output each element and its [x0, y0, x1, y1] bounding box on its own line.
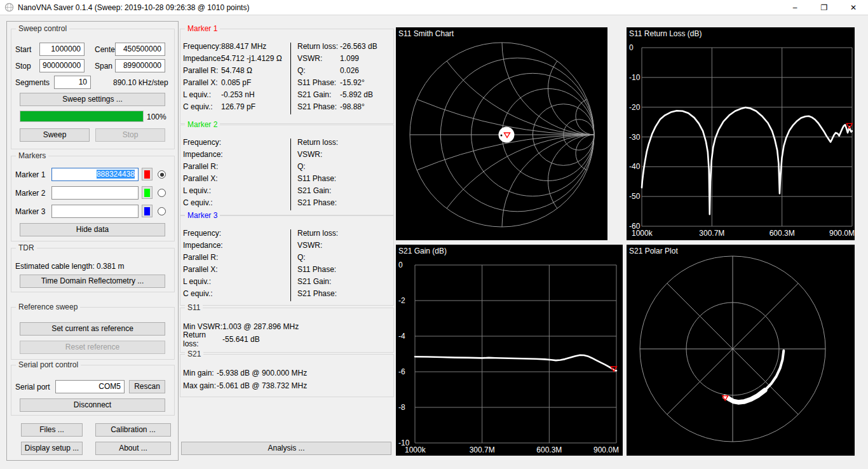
marker1-row-l-equiv: L equiv.:-0.253 nHS21 Gain:-5.892 dB [183, 88, 392, 100]
sweep-button[interactable]: Sweep [20, 128, 90, 142]
start-label: Start [15, 45, 31, 54]
svg-text:600.3M: 600.3M [770, 229, 795, 238]
svg-text:0: 0 [629, 43, 634, 52]
svg-text:900.0M: 900.0M [593, 445, 619, 454]
marker3-row-l-equiv: L equiv.:S21 Gain: [183, 275, 392, 287]
s21-polar-title: S21 Polar Plot [629, 247, 678, 255]
marker3-radio[interactable] [158, 207, 166, 215]
span-input[interactable]: 899000000 [115, 59, 165, 72]
stop-label: Stop [15, 62, 31, 71]
files-button[interactable]: Files ... [21, 423, 83, 437]
s11-stats-group: S11 Min VSWR:1.003 @ 287.896 MHz Return … [180, 308, 394, 353]
svg-text:-8: -8 [398, 403, 405, 412]
app-icon [4, 3, 14, 12]
stop-button[interactable]: Stop [95, 128, 165, 142]
s21-gain-chart[interactable]: S21 Gain (dB) 0-2-4-6-8-101000k300.7M600… [396, 245, 623, 456]
marker3-input[interactable] [51, 205, 139, 218]
marker3-row-frequency: Frequency:Return loss: [183, 227, 392, 239]
s11-smith-chart-title: S11 Smith Chart [398, 29, 454, 38]
svg-text:-20: -20 [629, 103, 641, 112]
marker1-label: Marker 1 [15, 170, 45, 179]
set-reference-button[interactable]: Set current as reference [20, 322, 165, 336]
sweep-settings-button[interactable]: Sweep settings ... [20, 93, 165, 106]
calibration-button[interactable]: Calibration ... [95, 423, 171, 437]
center-input[interactable]: 450500000 [115, 43, 165, 56]
stop-input[interactable]: 900000000 [39, 59, 85, 72]
s21-polar-chart[interactable]: S21 Polar Plot [627, 245, 855, 456]
marker2-detail-group: Marker 2 Frequency:Return loss: Impedanc… [180, 125, 394, 215]
markers-title: Markers [16, 151, 48, 160]
marker1-row-parallel-r: Parallel R:54.748 ΩQ:0.026 [183, 64, 392, 76]
marker1-row-c-equiv: C equiv.:126.79 pFS21 Phase:-98.88° [183, 100, 392, 112]
segments-input[interactable]: 10 [54, 76, 91, 89]
marker2-row-l-equiv: L equiv.:S21 Gain: [183, 184, 392, 196]
marker2-row-impedance: Impedance:VSWR: [183, 148, 392, 160]
reset-reference-button[interactable]: Reset reference [20, 341, 165, 354]
serial-port-title: Serial port control [16, 360, 81, 369]
marker1-detail-title: Marker 1 [185, 24, 220, 33]
reference-sweep-title: Reference sweep [16, 302, 80, 311]
s11-stats-title: S11 [185, 303, 203, 312]
s21-max-gain-row: Max gain:-5.061 dB @ 738.732 MHz [183, 379, 392, 392]
s21-gain-title: S21 Gain (dB) [398, 247, 447, 255]
window-title: NanoVNA Saver 0.1.4 (Sweep: 2019-10-28 0… [18, 3, 249, 12]
close-button[interactable]: ✕ [839, 0, 868, 15]
svg-text:600.3M: 600.3M [536, 445, 562, 454]
s21-stats-title: S21 [185, 350, 203, 358]
s21-min-gain-row: Min gain:-5.938 dB @ 900.000 MHz [183, 367, 392, 379]
display-setup-button[interactable]: Display setup ... [21, 442, 83, 455]
marker1-detail-group: Marker 1 Frequency:888.417 MHzReturn los… [180, 29, 394, 124]
svg-text:-40: -40 [629, 162, 641, 171]
sweep-control-title: Sweep control [16, 24, 69, 33]
s11-return-loss-chart[interactable]: S11 Return Loss (dB) 0-10-20-30-40-50-60… [627, 27, 855, 240]
marker2-color-chip [144, 189, 150, 197]
marker2-color-button[interactable] [142, 186, 153, 199]
title-bar: NanoVNA Saver 0.1.4 (Sweep: 2019-10-28 0… [0, 0, 868, 15]
restore-button[interactable]: ❐ [810, 0, 839, 15]
s21-stats-group: S21 Min gain:-5.938 dB @ 900.000 MHz Max… [180, 354, 394, 397]
start-input[interactable]: 1000000 [39, 43, 85, 56]
rescan-button[interactable]: Rescan [129, 380, 165, 393]
marker2-row-parallel-x: Parallel X:S11 Phase: [183, 172, 392, 184]
s11-return-loss-row: Return loss:-55.641 dB [183, 333, 392, 346]
marker1-color-button[interactable] [142, 168, 153, 180]
svg-text:900.0M: 900.0M [829, 229, 855, 238]
svg-text:1000k: 1000k [632, 229, 653, 238]
marker1-row-frequency: Frequency:888.417 MHzReturn loss:-26.563… [183, 40, 392, 52]
svg-text:-30: -30 [629, 133, 641, 142]
disconnect-button[interactable]: Disconnect [20, 398, 165, 412]
tdr-button[interactable]: Time Domain Reflectometry ... [20, 275, 165, 288]
marker3-detail-group: Marker 3 Frequency:Return loss: Impedanc… [180, 215, 394, 306]
marker2-input[interactable] [51, 186, 139, 200]
marker2-detail-title: Marker 2 [185, 120, 220, 129]
progress-percent: 100% [147, 112, 166, 121]
serial-port-input[interactable]: COM5 [55, 380, 125, 393]
analysis-button[interactable]: Analysis ... [181, 442, 391, 455]
step-size-text: 890.10 kHz/step [113, 78, 168, 87]
hide-data-button[interactable]: Hide data [20, 223, 165, 236]
marker2-radio[interactable] [158, 189, 166, 197]
marker3-row-parallel-x: Parallel X:S11 Phase: [183, 263, 392, 275]
marker2-row-c-equiv: C equiv.:S21 Phase: [183, 196, 392, 208]
marker3-row-c-equiv: C equiv.:S21 Phase: [183, 287, 392, 299]
marker2-row-frequency: Frequency:Return loss: [183, 136, 392, 148]
marker3-color-button[interactable] [142, 205, 153, 217]
svg-text:-4: -4 [398, 332, 405, 341]
svg-text:-6: -6 [398, 367, 405, 376]
about-button[interactable]: About ... [95, 442, 171, 455]
nanovna-saver-window: { "window": { "title": "NanoVNA Saver 0.… [0, 0, 868, 469]
marker1-row-parallel-x: Parallel X:0.085 pFS11 Phase:-15.92° [183, 76, 392, 88]
serial-port-label: Serial port [15, 383, 50, 391]
marker3-row-impedance: Impedance:VSWR: [183, 239, 392, 251]
svg-text:-2: -2 [398, 296, 405, 305]
minimize-button[interactable]: – [780, 0, 810, 15]
sweep-progress-bar [20, 111, 144, 122]
center-label: Center [95, 45, 118, 54]
svg-text:-10: -10 [629, 73, 641, 82]
marker3-detail-title: Marker 3 [185, 211, 220, 220]
cable-length-text: Estimated cable length: 0.381 m [15, 262, 124, 271]
marker1-radio[interactable] [158, 170, 166, 179]
marker1-input[interactable]: 888324438 [51, 168, 139, 181]
marker3-color-chip [144, 207, 150, 215]
s11-smith-chart[interactable]: S11 Smith Chart [396, 27, 607, 240]
